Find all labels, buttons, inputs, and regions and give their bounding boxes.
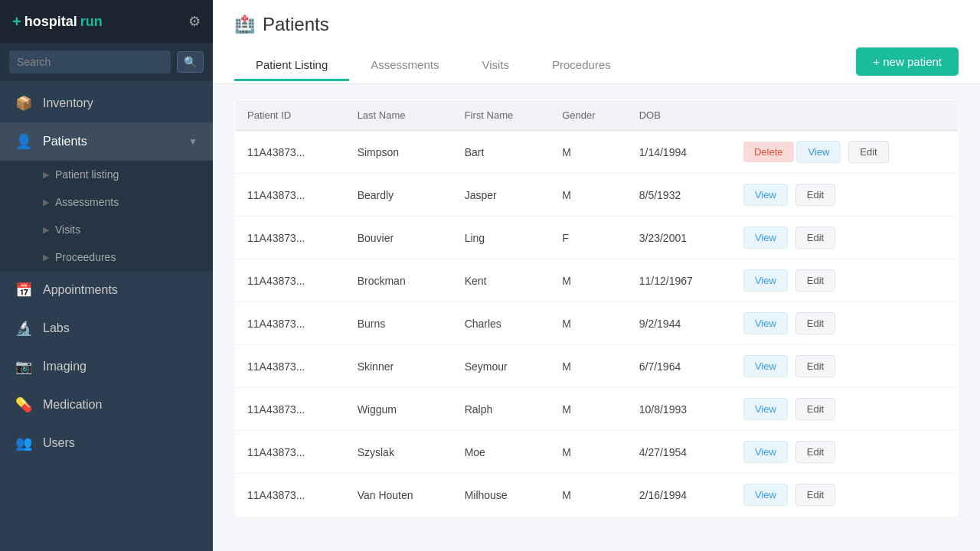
cell-last-name: Brockman: [345, 259, 452, 302]
cell-patient-id: 11A43873...: [235, 431, 345, 474]
cell-gender: M: [550, 302, 627, 345]
cell-actions: View Edit: [731, 302, 959, 345]
col-last-name: Last Name: [345, 100, 452, 131]
cell-patient-id: 11A43873...: [235, 217, 345, 259]
tab-patient-listing[interactable]: Patient Listing: [234, 51, 349, 81]
cell-patient-id: 11A43873...: [235, 388, 345, 431]
inventory-icon: 📦: [15, 95, 32, 112]
patients-sub-menu: ▶ Patient listing ▶ Assessments ▶ Visits…: [0, 161, 213, 271]
sidebar-item-patient-listing[interactable]: ▶ Patient listing: [0, 161, 213, 188]
cell-patient-id: 11A43873...: [235, 131, 345, 174]
cell-dob: 3/23/2001: [627, 217, 731, 259]
view-button[interactable]: View: [796, 141, 841, 163]
view-button[interactable]: View: [743, 484, 788, 506]
sidebar-item-medication[interactable]: 💊 Medication: [0, 386, 213, 424]
view-button[interactable]: View: [743, 355, 788, 377]
edit-button[interactable]: Edit: [795, 441, 835, 463]
cell-actions: View Edit: [731, 388, 959, 431]
table-row: 11A43873... Simpson Bart M 1/14/1994 Del…: [235, 131, 959, 174]
edit-button[interactable]: Edit: [795, 227, 835, 249]
sidebar-item-label: Patients: [43, 135, 178, 148]
cell-first-name: Ralph: [452, 388, 550, 431]
sidebar-item-patients[interactable]: 👤 Patients ▼: [0, 122, 213, 161]
patients-page-icon: 🏥: [234, 15, 255, 34]
sub-item-label: Patient listing: [55, 168, 119, 181]
cell-actions: View Edit: [731, 345, 959, 388]
settings-button[interactable]: ⚙: [188, 13, 201, 30]
edit-button[interactable]: Edit: [795, 269, 835, 292]
edit-button[interactable]: Edit: [795, 398, 835, 420]
sidebar-item-assessments[interactable]: ▶ Assessments: [0, 188, 213, 216]
logo-hospital: hospital: [24, 14, 77, 30]
cell-dob: 1/14/1994: [627, 131, 731, 174]
view-button[interactable]: View: [743, 269, 788, 292]
cell-actions: Delete View Edit: [731, 131, 959, 174]
tab-visits[interactable]: Visits: [460, 51, 531, 81]
table-header: Patient ID Last Name First Name Gender D…: [235, 100, 959, 131]
edit-button[interactable]: Edit: [795, 312, 835, 334]
table-row: 11A43873... Bouvier Ling F 3/23/2001 Vie…: [235, 217, 959, 259]
col-patient-id: Patient ID: [235, 100, 345, 131]
cell-dob: 10/8/1993: [627, 388, 731, 431]
page-tabs: Patient Listing Assessments Visits Proce…: [234, 47, 959, 83]
cell-actions: View Edit: [731, 431, 959, 474]
cell-dob: 11/12/1967: [627, 259, 731, 302]
table-row: 11A43873... Skinner Seymour M 6/7/1964 V…: [235, 345, 959, 388]
sidebar-item-label: Users: [43, 436, 198, 450]
cell-last-name: Szyslak: [345, 431, 452, 474]
cell-dob: 8/5/1932: [627, 174, 731, 217]
search-input[interactable]: [9, 51, 171, 73]
sub-arrow-icon: ▶: [43, 197, 49, 207]
edit-button[interactable]: Edit: [848, 141, 888, 163]
view-button[interactable]: View: [743, 227, 788, 249]
sidebar-item-users[interactable]: 👥 Users: [0, 424, 213, 462]
cell-last-name: Van Houten: [345, 474, 452, 517]
view-button[interactable]: View: [743, 441, 788, 463]
view-button[interactable]: View: [743, 312, 788, 334]
sidebar-item-appointments[interactable]: 📅 Appointments: [0, 271, 213, 309]
page-header: 🏥 Patients Patient Listing Assessments V…: [213, 0, 980, 84]
logo: + hospital run: [12, 13, 103, 31]
cell-actions: View Edit: [731, 259, 959, 302]
patients-icon: 👤: [15, 133, 32, 150]
labs-icon: 🔬: [15, 320, 32, 337]
cell-actions: View Edit: [731, 474, 959, 517]
edit-button[interactable]: Edit: [795, 355, 835, 377]
sidebar-item-imaging[interactable]: 📷 Imaging: [0, 347, 213, 386]
sub-item-label: Visits: [55, 223, 80, 236]
edit-button[interactable]: Edit: [795, 484, 835, 506]
cell-gender: M: [550, 259, 627, 302]
cell-dob: 9/2/1944: [627, 302, 731, 345]
table-row: 11A43873... Szyslak Moe M 4/27/1954 View…: [235, 431, 959, 474]
sidebar-item-visits[interactable]: ▶ Visits: [0, 216, 213, 243]
cell-last-name: Wiggum: [345, 388, 452, 431]
view-button[interactable]: View: [743, 398, 788, 420]
logo-run: run: [80, 14, 103, 30]
cell-gender: M: [550, 474, 627, 517]
new-patient-button[interactable]: + new patient: [856, 47, 959, 76]
cell-gender: F: [550, 217, 627, 259]
delete-button[interactable]: Delete: [743, 142, 794, 162]
users-icon: 👥: [15, 435, 32, 452]
cell-first-name: Seymour: [452, 345, 550, 388]
tab-procedures[interactable]: Procedures: [531, 51, 632, 81]
sidebar-item-label: Inventory: [43, 96, 198, 110]
sidebar-header: + hospital run ⚙: [0, 0, 213, 43]
sidebar-item-procedures[interactable]: ▶ Proceedures: [0, 243, 213, 271]
view-button[interactable]: View: [743, 184, 788, 206]
search-bar: 🔍: [0, 43, 213, 81]
cell-dob: 4/27/1954: [627, 431, 731, 474]
cell-last-name: Burns: [345, 302, 452, 345]
cell-first-name: Jasper: [452, 174, 550, 217]
sidebar-item-inventory[interactable]: 📦 Inventory: [0, 84, 213, 122]
content-area: Patient ID Last Name First Name Gender D…: [213, 84, 980, 551]
sidebar: + hospital run ⚙ 🔍 📦 Inventory 👤 Patient…: [0, 0, 213, 551]
sidebar-item-labs[interactable]: 🔬 Labs: [0, 309, 213, 347]
cell-gender: M: [550, 174, 627, 217]
tab-assessments[interactable]: Assessments: [349, 51, 460, 81]
imaging-icon: 📷: [15, 358, 32, 375]
search-button[interactable]: 🔍: [177, 51, 204, 73]
sidebar-item-label: Appointments: [43, 283, 198, 297]
edit-button[interactable]: Edit: [795, 184, 835, 206]
cell-dob: 2/16/1994: [627, 474, 731, 517]
